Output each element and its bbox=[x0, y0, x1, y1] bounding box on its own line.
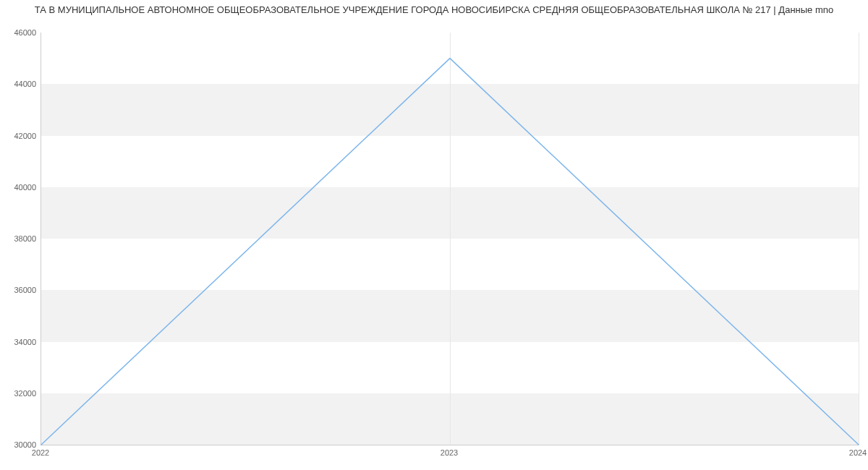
y-tick-label: 40000 bbox=[4, 183, 36, 192]
x-tick-label: 2022 bbox=[32, 448, 49, 457]
y-tick-label: 44000 bbox=[4, 80, 36, 88]
line-series bbox=[41, 33, 859, 445]
y-tick-label: 32000 bbox=[4, 389, 36, 398]
x-tick-label: 2024 bbox=[849, 448, 867, 457]
y-tick-label: 34000 bbox=[4, 338, 36, 346]
y-tick-label: 46000 bbox=[4, 28, 36, 37]
y-tick-label: 38000 bbox=[4, 234, 36, 243]
plot-area bbox=[41, 33, 859, 445]
y-tick-label: 36000 bbox=[4, 286, 36, 294]
y-tick-label: 30000 bbox=[4, 440, 36, 449]
x-gridline bbox=[859, 33, 859, 445]
chart-container: ТА В МУНИЦИПАЛЬНОЕ АВТОНОМНОЕ ОБЩЕОБРАЗО… bbox=[0, 0, 868, 470]
chart-title: ТА В МУНИЦИПАЛЬНОЕ АВТОНОМНОЕ ОБЩЕОБРАЗО… bbox=[0, 4, 868, 15]
y-tick-label: 42000 bbox=[4, 132, 36, 140]
x-tick-label: 2023 bbox=[441, 448, 458, 457]
